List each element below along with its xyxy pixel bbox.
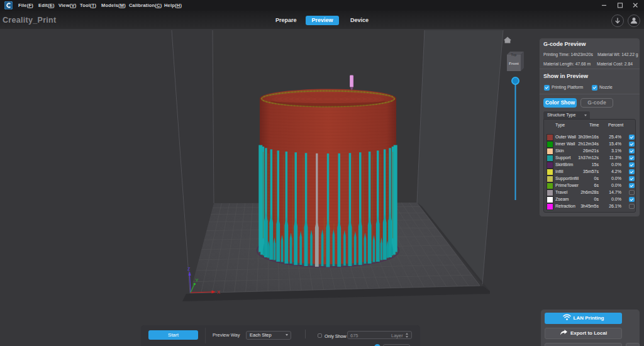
svg-text:X: X (217, 289, 220, 295)
svg-text:Z: Z (187, 266, 191, 272)
svg-text:Front: Front (509, 62, 518, 65)
svg-text:Y: Y (196, 277, 199, 283)
svg-text:Top: Top (511, 53, 517, 57)
